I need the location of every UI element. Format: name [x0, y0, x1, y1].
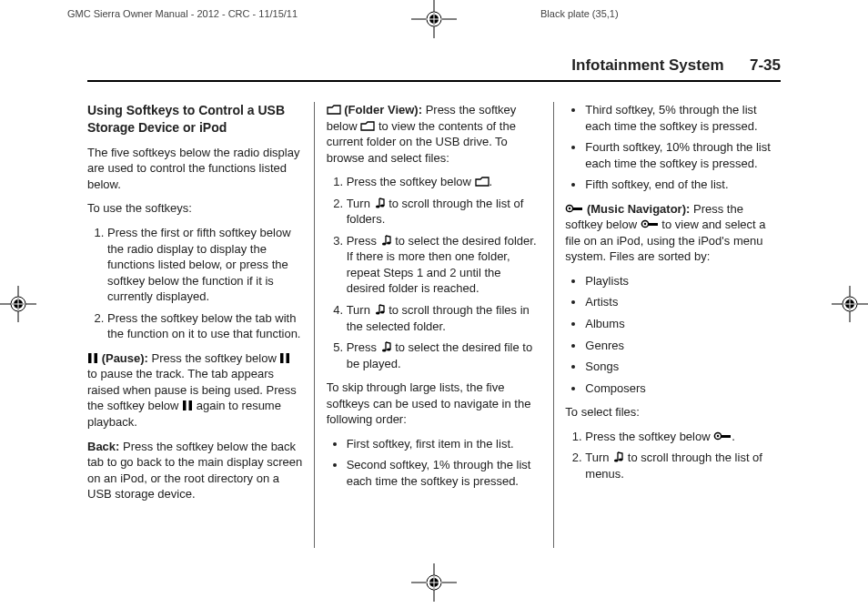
list-item: Turn to scroll through the list of menus…: [585, 450, 781, 481]
pause-paragraph: (Pause): Press the softkey below to paus…: [87, 350, 303, 431]
list-item: Genres: [585, 338, 781, 354]
list-item: Second softkey, 1% through the list each…: [347, 457, 542, 489]
crop-text-left: GMC Sierra Owner Manual - 2012 - CRC - 1…: [67, 8, 298, 19]
step-text: .: [732, 430, 735, 443]
back-text: Press the softkey below the back tab to …: [87, 440, 302, 502]
crop-text-right: Black plate (35,1): [540, 8, 619, 19]
list-item: Press the softkey below .: [585, 429, 781, 445]
list-item: Press to select the desired folder. If t…: [347, 233, 542, 297]
list-item: Turn to scroll through the list of folde…: [347, 196, 542, 228]
skip-intro: To skip through large lists, the five so…: [327, 380, 542, 428]
step-text: .: [490, 175, 493, 188]
back-paragraph: Back: Press the softkey below the back t…: [87, 439, 303, 502]
folder-steps-list: Press the softkey below . Turn to scroll…: [327, 174, 542, 371]
list-item: Fifth softkey, end of the list.: [585, 177, 781, 193]
step-text: Turn: [585, 451, 609, 464]
music-navigator-icon: [641, 218, 659, 230]
music-note-icon: [612, 451, 624, 463]
step-text: Press: [347, 234, 377, 248]
folder-label: (Folder View):: [344, 103, 422, 117]
navigator-label: (Music Navigator):: [587, 202, 690, 216]
pause-icon: [182, 400, 193, 411]
registration-mark-right-icon: [832, 286, 868, 322]
list-item: Press the softkey below the tab with the…: [107, 310, 303, 342]
list-item: Press the first or fifth softkey below t…: [107, 225, 303, 305]
header-title: Infotainment System: [571, 56, 723, 74]
music-note-icon: [380, 341, 392, 353]
pause-icon: [279, 352, 290, 364]
crop-header: GMC Sierra Owner Manual - 2012 - CRC - 1…: [0, 0, 868, 38]
step-text: Press: [347, 340, 377, 354]
music-navigator-icon: [565, 203, 583, 215]
step-text: Press the softkey below: [585, 430, 710, 443]
page-body: Infotainment System 7-35 Using Softkeys …: [87, 56, 781, 548]
page-header: Infotainment System 7-35: [87, 56, 781, 82]
folder-icon: [327, 104, 341, 116]
music-note-icon: [380, 235, 392, 247]
header-page-number: 7-35: [750, 56, 781, 74]
list-item: Composers: [585, 380, 781, 397]
music-note-icon: [374, 198, 386, 209]
registration-mark-icon: [411, 0, 457, 38]
registration-mark-left-icon: [0, 286, 36, 322]
navigator-paragraph: (Music Navigator): Press the softkey bel…: [565, 201, 781, 265]
select-intro: To select files:: [565, 404, 781, 421]
list-item: Press the softkey below .: [347, 174, 542, 190]
folder-paragraph: (Folder View): Press the softkey below t…: [327, 102, 542, 166]
music-note-icon: [374, 304, 386, 316]
pause-text-a: Press the softkey below: [152, 351, 277, 365]
intro-paragraph-2: To use the softkeys:: [87, 200, 303, 217]
list-item: Fourth softkey, 10% through the list eac…: [585, 139, 781, 171]
select-steps-list: Press the softkey below . Turn to scroll…: [565, 429, 781, 482]
use-softkeys-list: Press the first or fifth softkey below t…: [87, 225, 303, 342]
music-navigator-icon: [713, 431, 732, 442]
crop-footer: [0, 562, 868, 602]
list-item: Songs: [585, 359, 781, 375]
list-item: Third softkey, 5% through the list each …: [585, 102, 781, 134]
step-text: Turn: [347, 197, 370, 210]
intro-paragraph-1: The five softkeys below the radio displa…: [87, 145, 303, 193]
pause-icon: [87, 352, 98, 364]
content-columns: Using Softkeys to Control a USB Storage …: [87, 102, 781, 548]
list-item: Turn to scroll through the files in the …: [347, 302, 542, 334]
folder-icon: [475, 176, 490, 187]
step-text: Press the softkey below: [347, 175, 471, 188]
pause-label: (Pause):: [102, 351, 148, 365]
nav-categories-list: Playlists Artists Albums Genres Songs Co…: [565, 273, 781, 396]
list-item: Press to select the desired file to be p…: [347, 339, 542, 371]
list-item: Playlists: [585, 273, 781, 289]
folder-icon: [360, 120, 375, 132]
back-label: Back:: [87, 440, 119, 453]
list-item: First softkey, first item in the list.: [347, 436, 542, 452]
step-text: Turn: [347, 303, 370, 317]
list-item: Artists: [585, 294, 781, 310]
section-heading: Using Softkeys to Control a USB Storage …: [87, 102, 303, 137]
registration-mark-icon: [411, 563, 457, 602]
list-item: Albums: [585, 316, 781, 332]
